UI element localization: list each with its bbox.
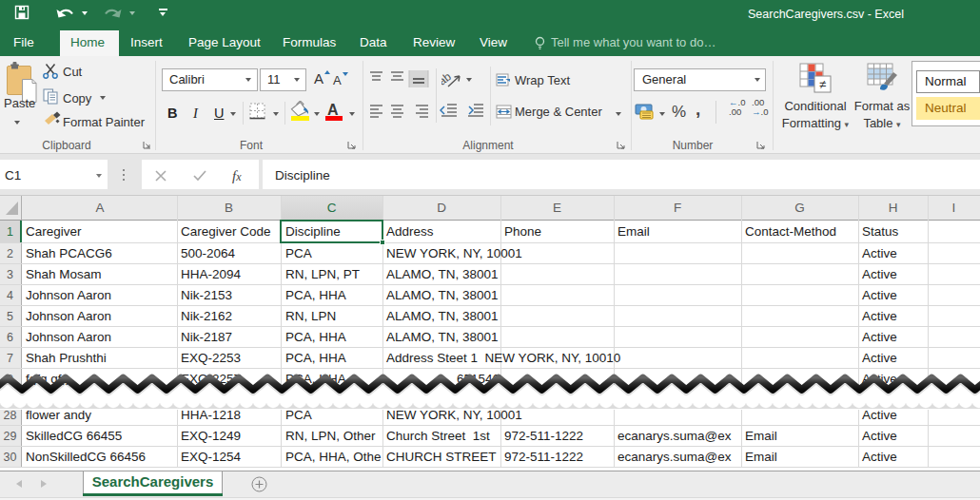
- svg-text:≠: ≠: [819, 77, 826, 91]
- svg-text:ab: ab: [441, 69, 454, 87]
